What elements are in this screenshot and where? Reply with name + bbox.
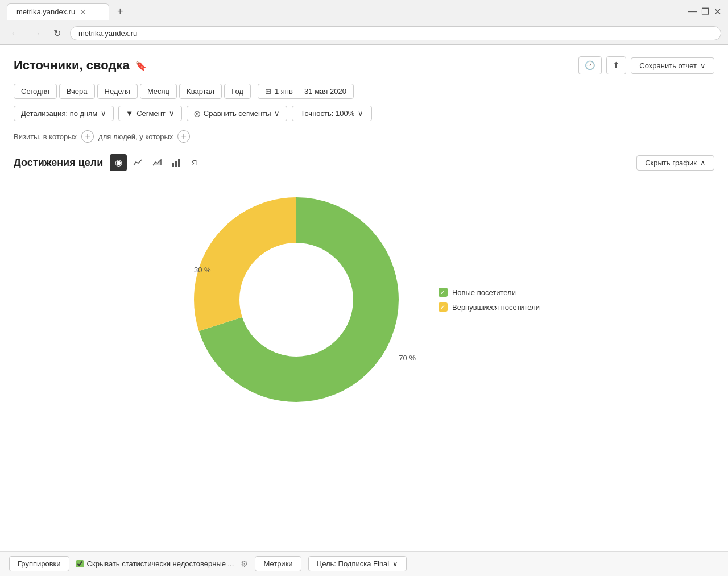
address-bar-row: ← → ↻	[0, 23, 728, 44]
legend-checkbox-returning: ✓	[439, 302, 448, 312]
donut-label-30: 30 %	[194, 266, 211, 274]
compare-arrow: ∨	[274, 109, 280, 118]
tab-label: metrika.yandex.ru	[16, 7, 75, 16]
legend-label-returning: Вернувшиеся посетители	[452, 303, 540, 312]
visits-prefix: Визиты, в которых	[14, 132, 77, 141]
page-content: Источники, сводка 🔖 🕐 ⬆ Сохранить отчет …	[0, 45, 728, 553]
add-people-filter-button[interactable]: +	[177, 130, 190, 143]
visits-middle: для людей, у которых	[98, 132, 173, 141]
history-button[interactable]: 🕐	[578, 56, 602, 74]
date-tab-year[interactable]: Год	[224, 84, 251, 99]
new-tab-button[interactable]: +	[113, 6, 128, 18]
svg-rect-1	[175, 161, 177, 167]
history-icon: 🕐	[585, 60, 595, 71]
tab-close-icon[interactable]: ✕	[80, 7, 86, 16]
page-title-area: Источники, сводка 🔖	[14, 58, 147, 73]
donut-label-70: 70 %	[399, 354, 416, 362]
date-range-icon: ⊞	[265, 87, 271, 96]
header-actions: 🕐 ⬆ Сохранить отчет ∨	[578, 56, 714, 74]
segment-arrow: ∨	[169, 109, 175, 118]
browser-chrome: metrika.yandex.ru ✕ + — ❐ ✕ ← → ↻	[0, 0, 728, 45]
legend-checkbox-new: ✓	[439, 288, 448, 297]
svg-rect-2	[178, 159, 180, 167]
compare-icon: ◎	[194, 109, 200, 118]
svg-rect-0	[172, 163, 174, 167]
minimize-button[interactable]: —	[688, 6, 697, 16]
browser-titlebar: metrika.yandex.ru ✕ + — ❐ ✕	[0, 0, 728, 23]
chart-type-bar[interactable]	[168, 154, 185, 171]
compare-button[interactable]: ◎ Сравнить сегменты ∨	[187, 106, 288, 121]
export-button[interactable]: ⬆	[606, 56, 626, 74]
chart-type-area[interactable]	[148, 154, 166, 171]
window-controls: — ❐ ✕	[688, 6, 721, 17]
visits-filter: Визиты, в которых + для людей, у которых…	[14, 130, 714, 143]
date-tab-today[interactable]: Сегодня	[14, 84, 57, 99]
svg-text:Я: Я	[192, 159, 197, 167]
chart-type-yandex[interactable]: Я	[187, 154, 204, 171]
page-title: Источники, сводка	[14, 58, 130, 73]
accuracy-button[interactable]: Точность: 100% ∨	[292, 106, 372, 121]
detail-button[interactable]: Детализация: по дням ∨	[14, 106, 114, 121]
close-button[interactable]: ✕	[714, 6, 721, 17]
segment-label: Сегмент	[136, 109, 166, 118]
date-tab-week[interactable]: Неделя	[97, 84, 138, 99]
hide-chart-button[interactable]: Скрыть график ∧	[636, 155, 714, 171]
date-tab-quarter[interactable]: Квартал	[179, 84, 222, 99]
date-tab-month[interactable]: Месяц	[140, 84, 177, 99]
save-report-button[interactable]: Сохранить отчет ∨	[631, 57, 714, 74]
svg-point-6	[259, 263, 333, 337]
save-report-arrow: ∨	[700, 61, 706, 70]
date-range-label: 1 янв — 31 мая 2020	[275, 87, 346, 96]
page-header: Источники, сводка 🔖 🕐 ⬆ Сохранить отчет …	[14, 56, 714, 74]
accuracy-label: Точность: 100%	[300, 109, 354, 118]
donut-svg	[188, 192, 404, 408]
chart-type-line[interactable]	[129, 154, 146, 171]
filter-row: Детализация: по дням ∨ ▼ Сегмент ∨ ◎ Сра…	[14, 106, 714, 121]
chart-section-header: Достижения цели ◉	[14, 154, 714, 171]
export-icon: ⬆	[613, 60, 620, 71]
add-visit-filter-button[interactable]: +	[81, 130, 94, 143]
segment-icon: ▼	[126, 109, 133, 118]
hide-chart-arrow: ∧	[700, 159, 706, 167]
refresh-button[interactable]: ↻	[50, 27, 64, 40]
detail-arrow: ∨	[101, 109, 106, 118]
maximize-button[interactable]: ❐	[701, 6, 709, 17]
chart-area: 30 % 70 % ✓ Новые посети	[14, 180, 714, 430]
date-tabs: Сегодня Вчера Неделя Месяц Квартал Год ⊞…	[14, 84, 714, 99]
chart-type-donut[interactable]: ◉	[110, 154, 127, 171]
chart-title: Достижения цели	[14, 157, 103, 169]
legend-label-new: Новые посетители	[452, 288, 516, 297]
date-range-button[interactable]: ⊞ 1 янв — 31 мая 2020	[258, 84, 354, 99]
accuracy-arrow: ∨	[358, 109, 363, 118]
bottom-bar: Группировки Скрывать статистически недос…	[0, 551, 728, 553]
browser-tab[interactable]: metrika.yandex.ru ✕	[7, 3, 109, 20]
address-input[interactable]	[70, 26, 721, 40]
segment-button[interactable]: ▼ Сегмент ∨	[118, 106, 182, 121]
legend-item-returning: ✓ Вернувшиеся посетители	[439, 302, 540, 312]
hide-chart-label: Скрыть график	[645, 159, 697, 167]
forward-button[interactable]: →	[28, 27, 44, 40]
date-tab-yesterday[interactable]: Вчера	[59, 84, 95, 99]
legend-item-new: ✓ Новые посетители	[439, 288, 540, 297]
chart-type-icons: ◉ Я	[110, 154, 204, 171]
donut-chart: 30 % 70 %	[188, 192, 404, 408]
chart-title-row: Достижения цели ◉	[14, 154, 204, 171]
save-report-label: Сохранить отчет	[639, 61, 697, 70]
bookmark-icon[interactable]: 🔖	[135, 60, 147, 71]
detail-label: Детализация: по дням	[21, 109, 97, 118]
back-button[interactable]: ←	[7, 27, 23, 40]
chart-legend: ✓ Новые посетители ✓ Вернувшиеся посетит…	[439, 288, 540, 312]
compare-label: Сравнить сегменты	[204, 109, 271, 118]
